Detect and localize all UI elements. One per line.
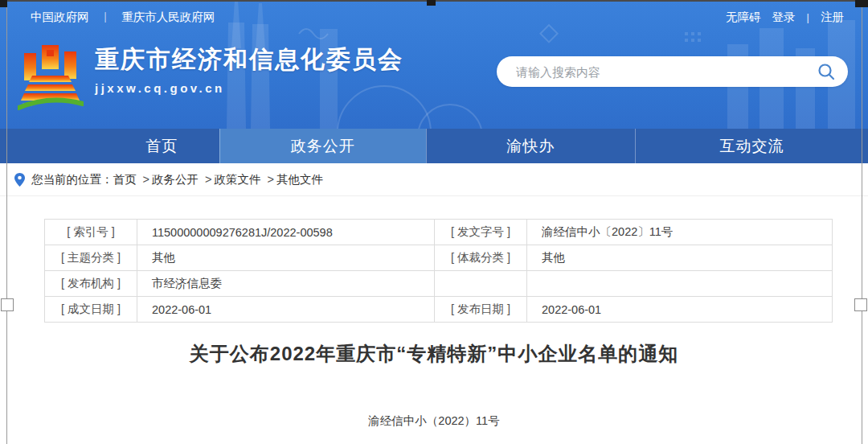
site-title: 重庆市经济和信息化委员会 bbox=[95, 45, 403, 74]
breadcrumb-separator: > bbox=[267, 173, 273, 186]
selection-handle bbox=[0, 0, 7, 7]
breadcrumb-separator: > bbox=[143, 173, 149, 186]
breadcrumb-item-home[interactable]: 首页 bbox=[113, 172, 137, 187]
main-nav: 首页 政务公开 渝快办 互动交流 bbox=[0, 129, 868, 163]
link-accessibility[interactable]: 无障碍 bbox=[726, 10, 761, 25]
meta-value-topic-class: 其他 bbox=[137, 245, 435, 271]
selection-frame-left-line bbox=[6, 0, 7, 444]
link-china-gov[interactable]: 中国政府网 bbox=[31, 10, 89, 25]
page-title: 关于公布2022年重庆市“专精特新”中小企业名单的通知 bbox=[0, 341, 868, 367]
agency-emblem-icon bbox=[18, 43, 84, 113]
doc-number: 渝经信中小（2022）11号 bbox=[0, 413, 868, 429]
meta-label-index-no: [ 索引号 ] bbox=[45, 220, 137, 245]
meta-value-publisher: 市经济信息委 bbox=[137, 271, 435, 297]
meta-label-doc-symbol: [ 发文字号 ] bbox=[435, 220, 527, 245]
topbar-separator: ｜ bbox=[100, 10, 111, 24]
site-header: 中国政府网 ｜ 重庆市人民政府网 无障碍 登录 | 注册 bbox=[0, 0, 868, 129]
meta-value-index-no: 11500000009276281J/2022-00598 bbox=[137, 220, 435, 245]
meta-value-written-date: 2022-06-01 bbox=[137, 297, 435, 323]
table-row: [ 发布机构 ] 市经济信息委 bbox=[45, 271, 833, 297]
search-icon[interactable] bbox=[817, 63, 835, 80]
link-login[interactable]: 登录 bbox=[772, 10, 796, 25]
table-row: [ 索引号 ] 11500000009276281J/2022-00598 [ … bbox=[45, 220, 833, 245]
breadcrumb-item-zwgk[interactable]: 政务公开 bbox=[152, 172, 199, 187]
selection-frame-right-line bbox=[862, 0, 862, 444]
nav-tab-government-affairs[interactable]: 政务公开 bbox=[219, 129, 426, 163]
table-row: [ 主题分类 ] 其他 [ 体裁分类 ] 其他 bbox=[45, 245, 833, 271]
search-box[interactable] bbox=[497, 56, 848, 87]
meta-value-genre-class: 其他 bbox=[527, 245, 833, 271]
site-logo[interactable]: 重庆市经济和信息化委员会 jjxxw.cq.gov.cn bbox=[18, 43, 403, 113]
meta-label-publish-date: [ 发布日期 ] bbox=[435, 297, 527, 323]
table-row: [ 成文日期 ] 2022-06-01 [ 发布日期 ] 2022-06-01 bbox=[45, 297, 833, 323]
link-chongqing-gov[interactable]: 重庆市人民政府网 bbox=[121, 10, 215, 25]
selection-handle bbox=[427, 0, 436, 6]
search-input[interactable] bbox=[514, 64, 817, 80]
selection-handle[interactable] bbox=[854, 298, 867, 311]
link-register[interactable]: 注册 bbox=[821, 10, 844, 25]
breadcrumb-prefix: 您当前的位置： bbox=[31, 172, 113, 187]
meta-value-doc-symbol: 渝经信中小〔2022〕11号 bbox=[527, 220, 833, 245]
meta-label-topic-class: [ 主题分类 ] bbox=[45, 245, 137, 271]
breadcrumb-item-other-files[interactable]: 其他文件 bbox=[276, 172, 323, 187]
breadcrumb: 您当前的位置： 首页 > 政务公开 > 政策文件 > 其他文件 bbox=[0, 163, 868, 196]
meta-value-empty bbox=[527, 271, 833, 297]
meta-value-publish-date: 2022-06-01 bbox=[527, 297, 833, 323]
site-domain: jjxxw.cq.gov.cn bbox=[95, 81, 403, 95]
breadcrumb-item-policy-files[interactable]: 政策文件 bbox=[214, 172, 260, 187]
meta-label-written-date: [ 成文日期 ] bbox=[45, 297, 137, 323]
nav-tab-yukuaiban[interactable]: 渝快办 bbox=[426, 129, 635, 163]
location-pin-icon bbox=[14, 173, 25, 187]
meta-label-genre-class: [ 体裁分类 ] bbox=[435, 245, 527, 271]
selection-handle bbox=[855, 0, 868, 7]
meta-label-publisher: [ 发布机构 ] bbox=[45, 271, 137, 297]
selection-handle[interactable] bbox=[1, 298, 14, 311]
breadcrumb-separator: > bbox=[205, 173, 211, 186]
meta-label-empty bbox=[435, 271, 527, 297]
nav-tab-interaction[interactable]: 互动交流 bbox=[635, 129, 868, 163]
doc-meta-table: [ 索引号 ] 11500000009276281J/2022-00598 [ … bbox=[44, 219, 833, 323]
nav-tab-home[interactable]: 首页 bbox=[104, 129, 219, 163]
topbar-separator: | bbox=[807, 11, 809, 23]
